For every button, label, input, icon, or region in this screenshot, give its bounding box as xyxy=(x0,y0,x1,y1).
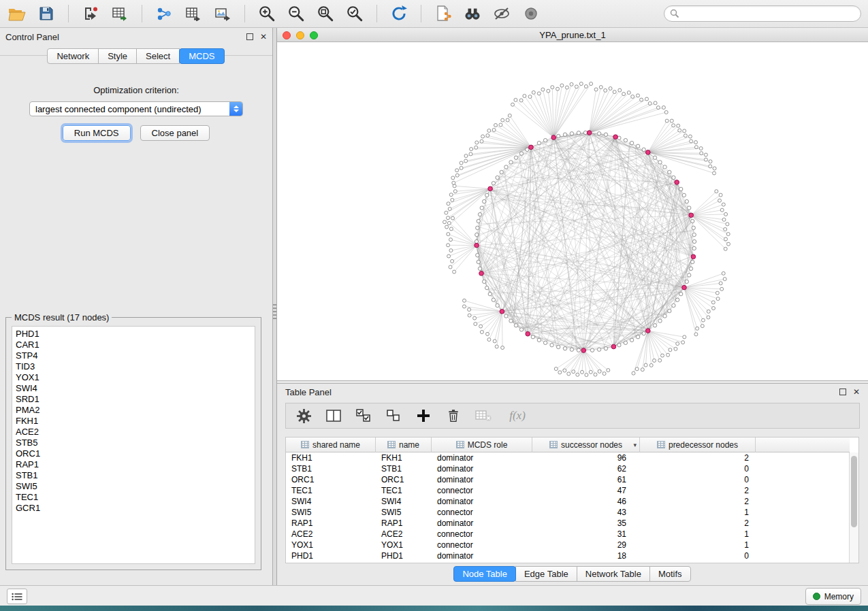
mcds-result-item[interactable]: STB5 xyxy=(16,437,255,448)
mcds-result-item[interactable]: TEC1 xyxy=(16,492,255,503)
graph-leaf-node[interactable] xyxy=(594,88,598,91)
table-row[interactable]: RAP1RAP1dominator352 xyxy=(286,518,858,529)
graph-leaf-node[interactable] xyxy=(640,98,643,101)
graph-leaf-node[interactable] xyxy=(665,119,669,122)
graph-leaf-node[interactable] xyxy=(701,325,704,328)
table-cell[interactable]: dominator xyxy=(432,550,532,561)
graph-node[interactable] xyxy=(692,246,696,250)
table-row[interactable]: SWI4SWI4dominator462 xyxy=(286,496,858,507)
graph-leaf-node[interactable] xyxy=(716,291,719,295)
graph-node[interactable] xyxy=(504,165,508,169)
graph-leaf-node[interactable] xyxy=(709,165,712,168)
graph-node[interactable] xyxy=(483,199,486,203)
graph-leaf-node[interactable] xyxy=(684,134,687,137)
graph-leaf-node[interactable] xyxy=(674,347,677,350)
graph-node[interactable] xyxy=(675,298,679,301)
graph-mcds-node[interactable] xyxy=(529,145,534,150)
table-tab-edge-table[interactable]: Edge Table xyxy=(515,566,577,582)
graph-leaf-node[interactable] xyxy=(649,363,653,367)
graph-leaf-node[interactable] xyxy=(448,208,451,211)
table-cell[interactable]: connector xyxy=(432,540,532,550)
graph-leaf-node[interactable] xyxy=(724,237,728,241)
graph-node[interactable] xyxy=(480,206,483,210)
graph-node[interactable] xyxy=(604,133,607,136)
table-cell[interactable]: SWI5 xyxy=(286,507,376,518)
graph-mcds-node[interactable] xyxy=(689,213,694,218)
table-cell[interactable]: RAP1 xyxy=(286,518,376,529)
graph-leaf-node[interactable] xyxy=(560,84,564,87)
table-cell[interactable]: ORC1 xyxy=(376,474,432,485)
graph-leaf-node[interactable] xyxy=(677,124,680,127)
graph-leaf-node[interactable] xyxy=(486,134,489,137)
graph-leaf-node[interactable] xyxy=(656,106,660,110)
graph-leaf-node[interactable] xyxy=(723,278,726,281)
graph-leaf-node[interactable] xyxy=(486,332,489,335)
graph-node[interactable] xyxy=(496,303,499,307)
table-cell[interactable]: 62 xyxy=(532,463,640,474)
table-cell[interactable]: SWI4 xyxy=(286,496,376,507)
graph-leaf-node[interactable] xyxy=(447,221,451,225)
graph-leaf-node[interactable] xyxy=(712,307,716,310)
graph-mcds-node[interactable] xyxy=(581,348,586,353)
graph-leaf-node[interactable] xyxy=(653,359,656,362)
graph-leaf-node[interactable] xyxy=(449,227,453,231)
mcds-result-item[interactable]: SRD1 xyxy=(16,394,255,405)
graph-leaf-node[interactable] xyxy=(453,190,457,193)
graph-leaf-node[interactable] xyxy=(468,308,471,312)
graph-leaf-node[interactable] xyxy=(654,101,657,105)
graph-leaf-node[interactable] xyxy=(631,95,634,99)
table-cell[interactable]: 96 xyxy=(532,452,640,463)
control-tab-network[interactable]: Network xyxy=(47,48,99,64)
graph-node[interactable] xyxy=(663,165,666,169)
graph-leaf-node[interactable] xyxy=(613,90,616,94)
graph-leaf-node[interactable] xyxy=(602,372,606,376)
table-cell[interactable]: connector xyxy=(432,529,532,540)
export-image-button[interactable] xyxy=(212,3,233,24)
graph-leaf-node[interactable] xyxy=(447,202,450,205)
table-row[interactable]: ACE2ACE2connector311 xyxy=(286,529,858,540)
table-row[interactable]: TEC1TEC1connector472 xyxy=(286,485,858,496)
show-details-button[interactable] xyxy=(521,3,541,24)
graph-node[interactable] xyxy=(689,267,692,270)
mcds-result-item[interactable]: ORC1 xyxy=(16,448,255,459)
graph-mcds-node[interactable] xyxy=(675,180,679,185)
table-cell[interactable]: 47 xyxy=(532,485,640,496)
graph-leaf-node[interactable] xyxy=(719,282,722,285)
zoom-selected-button[interactable] xyxy=(344,3,365,24)
graph-node[interactable] xyxy=(500,170,503,174)
graph-node[interactable] xyxy=(550,344,553,347)
graph-node[interactable] xyxy=(663,314,666,318)
table-cell[interactable]: 2 xyxy=(640,452,756,463)
mcds-result-item[interactable]: CAR1 xyxy=(16,340,255,350)
mcds-result-item[interactable]: STP4 xyxy=(16,350,255,361)
table-cell[interactable]: ORC1 xyxy=(286,474,376,485)
graph-mcds-node[interactable] xyxy=(691,254,696,259)
graph-leaf-node[interactable] xyxy=(696,327,699,330)
graph-node[interactable] xyxy=(519,152,523,155)
table-tab-node-table[interactable]: Node Table xyxy=(453,566,516,582)
table-cell[interactable]: 1 xyxy=(640,529,756,540)
graph-leaf-node[interactable] xyxy=(726,222,729,226)
graph-leaf-node[interactable] xyxy=(720,287,724,291)
graph-node[interactable] xyxy=(672,176,675,179)
graph-leaf-node[interactable] xyxy=(537,92,541,95)
table-cell[interactable]: connector xyxy=(432,485,532,496)
graph-leaf-node[interactable] xyxy=(514,98,517,101)
graph-leaf-node[interactable] xyxy=(554,367,558,371)
column-header-successor-nodes[interactable]: successor nodes▾ xyxy=(532,437,640,452)
graph-node[interactable] xyxy=(509,319,513,323)
graph-leaf-node[interactable] xyxy=(547,89,550,93)
graph-leaf-node[interactable] xyxy=(637,94,640,97)
graph-node[interactable] xyxy=(642,331,645,335)
graph-node[interactable] xyxy=(485,193,489,197)
graph-node[interactable] xyxy=(682,193,686,197)
graph-leaf-node[interactable] xyxy=(722,203,725,206)
zoom-in-button[interactable] xyxy=(257,3,277,24)
graph-leaf-node[interactable] xyxy=(666,353,670,357)
float-panel-icon[interactable] xyxy=(246,33,253,40)
table-cell[interactable]: YOX1 xyxy=(286,540,376,550)
graph-leaf-node[interactable] xyxy=(506,118,509,122)
graph-leaf-node[interactable] xyxy=(492,129,496,132)
share-document-button[interactable] xyxy=(433,3,453,24)
graph-leaf-node[interactable] xyxy=(445,225,449,229)
